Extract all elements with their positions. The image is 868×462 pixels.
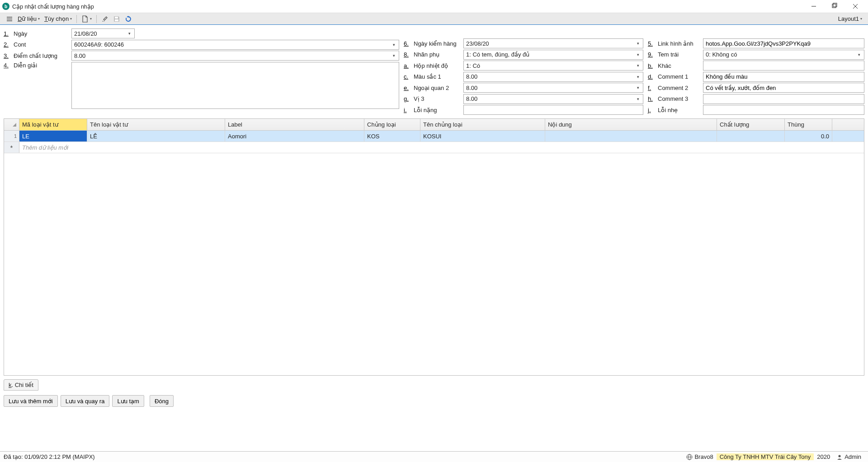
- field-cont: 2. Cont 600246A9: 600246▾: [4, 40, 399, 50]
- col-content[interactable]: Nội dung: [545, 119, 717, 130]
- check-date-input[interactable]: 23/08/20▾: [463, 38, 643, 48]
- appearance2-input[interactable]: 8.00▾: [463, 83, 643, 93]
- col-material-code[interactable]: Mã loại vật tư: [19, 119, 87, 130]
- status-company: Công Ty TNHH MTV Trái Cây Tony: [717, 453, 814, 460]
- cell-box[interactable]: 0.0: [785, 131, 832, 141]
- tab-strip: k. Chi tiết: [4, 379, 864, 391]
- image-link-input[interactable]: [703, 38, 864, 48]
- other-input[interactable]: [703, 61, 864, 71]
- sublabel-input[interactable]: 1: Có tem, đúng, đầy đủ▾: [463, 50, 643, 60]
- col-type-name[interactable]: Tên chủng loại: [420, 119, 545, 130]
- col-label[interactable]: Label: [225, 119, 364, 130]
- quality-score-input[interactable]: 8.00▾: [71, 51, 399, 61]
- save-and-new-button[interactable]: Lưu và thêm mới: [4, 395, 58, 407]
- comment1-input[interactable]: [703, 72, 864, 82]
- svg-rect-1: [832, 4, 836, 8]
- user-icon: [836, 454, 843, 460]
- grid-header: Mã loại vật tư Tên loại vật tư Label Chủ…: [4, 119, 864, 131]
- status-bar: Đã tạo: 01/09/20 2:12 PM (MAIPX) Bravo8 …: [0, 451, 868, 462]
- save-and-return-button[interactable]: Lưu và quay ra: [61, 395, 110, 407]
- cell-quality[interactable]: [717, 131, 785, 141]
- light-error-input[interactable]: [703, 105, 864, 115]
- svg-point-15: [839, 455, 841, 457]
- left-stamp-input[interactable]: 0: Không có▾: [703, 50, 864, 60]
- toolbar-separator: [96, 15, 97, 23]
- status-year: 2020: [814, 453, 833, 460]
- chevron-down-icon: ▾: [634, 63, 642, 68]
- svg-point-8: [102, 21, 103, 22]
- table-new-row[interactable]: * Thêm dữ liệu mới: [4, 142, 864, 153]
- chevron-down-icon: ▾: [634, 85, 642, 90]
- comment3-input[interactable]: [703, 94, 864, 104]
- field-date: 1. Ngày 21/08/20▾: [4, 28, 399, 38]
- svg-rect-2: [833, 3, 837, 7]
- svg-rect-11: [115, 19, 118, 21]
- status-app: Bravo8: [683, 453, 716, 460]
- cell-material-name[interactable]: LÊ: [87, 131, 225, 141]
- chevron-down-icon: ▾: [390, 53, 397, 58]
- hamburger-icon[interactable]: [4, 14, 15, 24]
- table-row[interactable]: 1 LE LÊ Aomori KOS KOSUI 0.0: [4, 131, 864, 142]
- save-button[interactable]: [111, 14, 123, 24]
- cell-content[interactable]: [545, 131, 717, 141]
- form-right-column: 5.Link hình ảnh 9.Tem trái 0: Không có▾ …: [648, 28, 864, 115]
- color1-input[interactable]: 8.00▾: [463, 72, 643, 82]
- cell-type[interactable]: KOS: [364, 131, 420, 141]
- chevron-down-icon: ▾: [390, 42, 397, 47]
- menu-options[interactable]: Tùy chọn▾: [42, 14, 74, 24]
- chevron-down-icon: ▾: [634, 52, 642, 57]
- layout-selector[interactable]: Layout1▾: [836, 14, 864, 24]
- taste3-input[interactable]: 8.00▾: [463, 94, 643, 104]
- detail-grid[interactable]: Mã loại vật tư Tên loại vật tư Label Chủ…: [4, 118, 864, 376]
- status-created: Đã tạo: 01/09/20 2:12 PM (MAIPX): [4, 453, 95, 460]
- menu-data[interactable]: DDữ liệuữ liệu▾: [15, 14, 42, 24]
- form: 1. Ngày 21/08/20▾ 2. Cont 600246A9: 6002…: [0, 25, 868, 117]
- form-mid-column: 6.Ngày kiểm hàng 23/08/20▾ 8.Nhãn phụ 1:…: [404, 28, 643, 115]
- window-title: Cập nhật chất lượng hàng nhập: [12, 3, 803, 10]
- date-input[interactable]: 21/08/20▾: [71, 28, 135, 38]
- tab-detail[interactable]: k. Chi tiết: [4, 379, 38, 391]
- field-description: 4. Diễn giải: [4, 62, 399, 110]
- svg-point-9: [104, 21, 104, 22]
- cont-input[interactable]: 600246A9: 600246▾: [71, 40, 399, 50]
- new-row-placeholder[interactable]: Thêm dữ liệu mới: [19, 142, 864, 153]
- cell-label[interactable]: Aomori: [225, 131, 364, 141]
- grid-body[interactable]: 1 LE LÊ Aomori KOS KOSUI 0.0 * Thêm dữ l…: [4, 131, 864, 153]
- chevron-down-icon: ▾: [634, 97, 642, 101]
- new-document-button[interactable]: ▾: [79, 14, 94, 24]
- chevron-down-icon: ▾: [126, 31, 133, 36]
- globe-icon: [686, 454, 693, 460]
- col-quality[interactable]: Chất lượng: [717, 119, 785, 130]
- svg-rect-10: [115, 17, 118, 19]
- chevron-down-icon: ▾: [855, 52, 863, 57]
- description-input[interactable]: [71, 62, 399, 109]
- comment2-input[interactable]: [703, 83, 864, 93]
- form-left-column: 1. Ngày 21/08/20▾ 2. Cont 600246A9: 6002…: [4, 28, 399, 115]
- title-bar: b Cập nhật chất lượng hàng nhập: [0, 0, 868, 13]
- col-material-name[interactable]: Tên loại vật tư: [87, 119, 225, 130]
- close-form-button[interactable]: Đóng: [150, 395, 174, 407]
- row-number[interactable]: 1: [4, 131, 19, 141]
- heavy-error-input[interactable]: [463, 105, 643, 115]
- status-user: Admin: [833, 453, 864, 460]
- action-bar: Lưu và thêm mới Lưu và quay ra Lưu tạm Đ…: [0, 391, 868, 411]
- chevron-down-icon: ▾: [634, 75, 642, 79]
- new-row-indicator: *: [4, 142, 19, 153]
- toolbar: DDữ liệuữ liệu▾ Tùy chọn▾ ▾ Layout1▾: [0, 13, 868, 25]
- toolbar-separator: [76, 15, 77, 23]
- refresh-button[interactable]: [123, 14, 134, 24]
- col-type[interactable]: Chủng loại: [364, 119, 420, 130]
- save-temp-button[interactable]: Lưu tạm: [112, 395, 144, 407]
- cell-type-name[interactable]: KOSUI: [420, 131, 545, 141]
- col-box[interactable]: Thùng: [785, 119, 832, 130]
- cell-material-code[interactable]: LE: [19, 131, 87, 141]
- minimize-button[interactable]: [803, 0, 824, 13]
- row-selector-corner[interactable]: [4, 119, 19, 130]
- temp-box-input[interactable]: 1: Có▾: [463, 61, 643, 71]
- chevron-down-icon: ▾: [634, 41, 642, 46]
- app-icon: b: [2, 3, 9, 10]
- close-button[interactable]: [845, 0, 866, 13]
- field-quality-score: 3. Điểm chất lượng 8.00▾: [4, 51, 399, 61]
- maximize-button[interactable]: [824, 0, 845, 13]
- edit-button[interactable]: [99, 14, 111, 24]
